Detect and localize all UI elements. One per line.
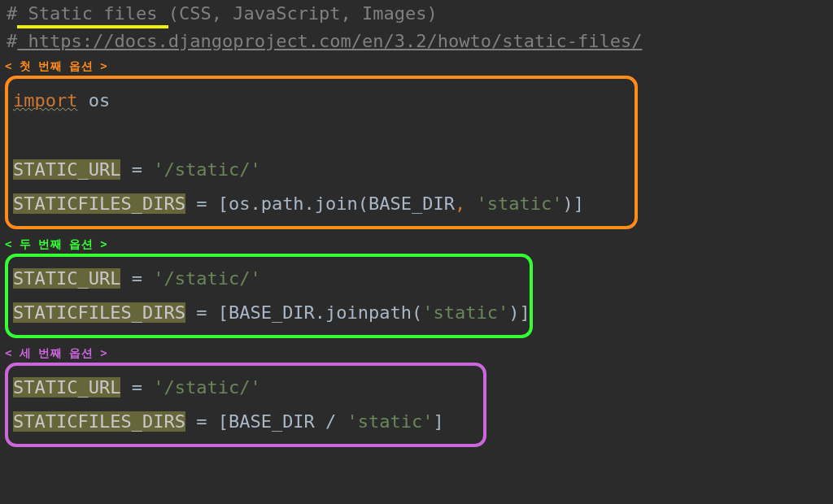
comment-url: https://docs.djangoproject.com/en/3.2/ho… — [17, 31, 642, 51]
comment-rest: (CSS, JavaScript, Images) — [168, 3, 438, 24]
var-staticfiles-dirs: STATICFILES_DIRS — [13, 193, 185, 214]
comment-line-2: # https://docs.djangoproject.com/en/3.2/… — [0, 28, 833, 55]
code-line-blank — [13, 118, 630, 152]
comment-hash: # — [7, 3, 17, 24]
code-line: STATICFILES_DIRS = [os.path.join(BASE_DI… — [13, 187, 630, 221]
code-text: = — [120, 377, 153, 398]
code-text: )] — [508, 302, 530, 323]
var-static-url: STATIC_URL — [13, 377, 120, 398]
comment-highlight: Static files — [17, 3, 168, 28]
code-line: STATICFILES_DIRS = [BASE_DIR.joinpath('s… — [13, 296, 525, 330]
comma: , — [455, 193, 477, 214]
module-name: os — [77, 90, 110, 111]
code-text: = [os.path.join(BASE_DIR — [185, 193, 455, 214]
string-literal: 'static' — [422, 302, 508, 323]
string-literal: 'static' — [477, 193, 563, 214]
var-staticfiles-dirs: STATICFILES_DIRS — [13, 302, 185, 323]
keyword-import: import — [13, 90, 77, 111]
code-text: ] — [434, 411, 444, 432]
code-line: import os — [13, 84, 630, 118]
string-literal: '/static/' — [153, 159, 260, 180]
string-literal: '/static/' — [153, 377, 260, 398]
code-text: )] — [563, 193, 585, 214]
option3-box: STATIC_URL = '/static/' STATICFILES_DIRS… — [5, 363, 486, 447]
var-static-url: STATIC_URL — [13, 268, 120, 289]
option2-box: STATIC_URL = '/static/' STATICFILES_DIRS… — [5, 254, 533, 338]
code-text: = [BASE_DIR.joinpath( — [185, 302, 422, 323]
string-literal: '/static/' — [153, 268, 260, 289]
var-staticfiles-dirs: STATICFILES_DIRS — [13, 411, 185, 432]
code-text: = [BASE_DIR / — [185, 411, 347, 432]
string-literal: 'static' — [347, 411, 434, 432]
option1-box: import os STATIC_URL = '/static/' STATIC… — [5, 76, 638, 228]
code-text: = — [120, 159, 153, 180]
code-line: STATIC_URL = '/static/' — [13, 262, 525, 296]
code-text: = — [120, 268, 153, 289]
code-line: STATIC_URL = '/static/' — [13, 153, 630, 187]
option1-label: < 첫 번째 옵션 > — [0, 54, 833, 76]
option2-label: < 두 번째 옵션 > — [0, 232, 833, 254]
code-line: STATICFILES_DIRS = [BASE_DIR / 'static'] — [13, 405, 478, 439]
comment-hash: # — [7, 31, 17, 51]
comment-line-1: # Static files (CSS, JavaScript, Images) — [0, 0, 833, 28]
code-line: STATIC_URL = '/static/' — [13, 371, 478, 405]
var-static-url: STATIC_URL — [13, 159, 120, 180]
option3-label: < 세 번째 옵션 > — [0, 341, 833, 363]
